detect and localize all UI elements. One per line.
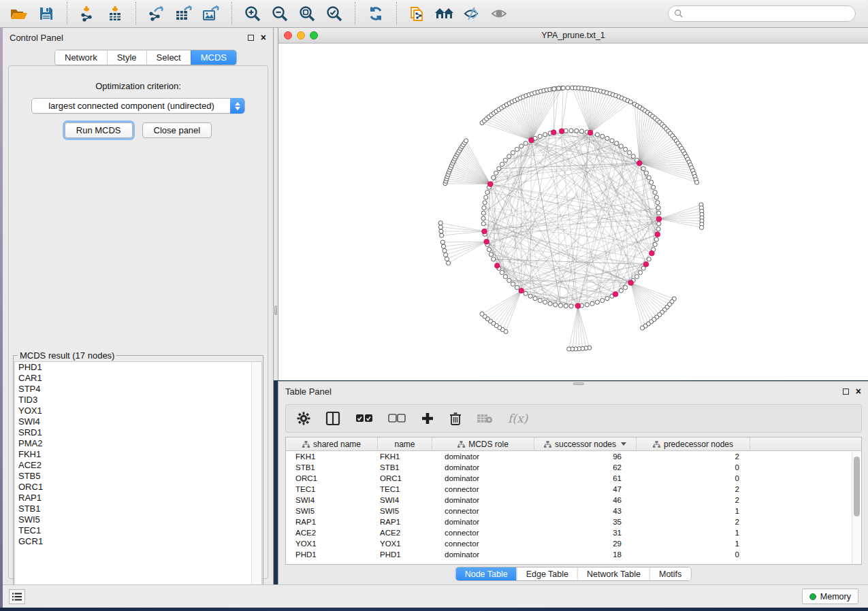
clone-network-button[interactable] bbox=[404, 2, 431, 25]
optimization-criterion-select[interactable]: largest connected component (undirected) bbox=[31, 98, 245, 114]
vertical-splitter[interactable] bbox=[274, 28, 278, 380]
column-header-name[interactable]: name bbox=[378, 437, 432, 450]
splitter-grip[interactable] bbox=[274, 306, 277, 315]
show-columns-button[interactable] bbox=[325, 411, 340, 426]
mcds-result-item[interactable]: SRD1 bbox=[15, 427, 261, 438]
memory-button[interactable]: Memory bbox=[802, 589, 858, 604]
mcds-result-item[interactable]: PHD1 bbox=[15, 362, 261, 373]
tab-select[interactable]: Select bbox=[146, 50, 191, 65]
zoom-fit-button[interactable] bbox=[293, 2, 321, 25]
mcds-result-item[interactable]: GCR1 bbox=[15, 536, 261, 547]
table-row[interactable]: FKH1FKH1dominator962 bbox=[286, 451, 861, 462]
table-cell: dominator bbox=[432, 474, 534, 482]
mcds-result-item[interactable]: RAP1 bbox=[15, 493, 261, 503]
close-panel-icon[interactable]: × bbox=[261, 34, 266, 41]
table-cell: 2 bbox=[637, 518, 750, 526]
mcds-result-item[interactable]: STB1 bbox=[15, 503, 261, 514]
first-neighbors-button[interactable] bbox=[431, 2, 458, 25]
table-cell: 62 bbox=[534, 463, 637, 472]
search-input[interactable] bbox=[684, 7, 855, 20]
select-all-button[interactable] bbox=[355, 414, 373, 423]
network-window-titlebar[interactable]: YPA_prune.txt_1 bbox=[278, 28, 868, 44]
table-options-gear-button[interactable] bbox=[297, 412, 310, 425]
show-all-button[interactable] bbox=[485, 2, 513, 25]
zoom-in-button[interactable] bbox=[239, 2, 266, 25]
mcds-result-item[interactable]: ACE2 bbox=[15, 460, 261, 471]
mcds-result-item[interactable]: FKH1 bbox=[15, 449, 261, 460]
mcds-result-item[interactable]: TEC1 bbox=[15, 525, 261, 536]
table-type-tabs: Node Table Edge Table Network Table Moti… bbox=[455, 567, 692, 581]
deselect-all-button[interactable] bbox=[388, 414, 406, 423]
table-row[interactable]: STB1STB1dominator620 bbox=[286, 462, 861, 473]
tab-mcds[interactable]: MCDS bbox=[191, 50, 236, 65]
table-scrollbar[interactable] bbox=[852, 452, 861, 565]
tab-edge-table[interactable]: Edge Table bbox=[517, 567, 577, 580]
table-cell: STB1 bbox=[378, 463, 432, 472]
tab-style[interactable]: Style bbox=[107, 50, 146, 65]
hide-selected-button[interactable] bbox=[458, 2, 485, 25]
table-cell: ACE2 bbox=[286, 529, 378, 537]
toolbar-separator bbox=[355, 2, 355, 25]
table-row[interactable]: SWI4SWI4dominator462 bbox=[286, 495, 861, 506]
open-file-button[interactable] bbox=[5, 2, 33, 25]
column-header-successor-nodes[interactable]: successor nodes bbox=[534, 437, 637, 450]
column-header-mcds-role[interactable]: MCDS role bbox=[432, 437, 534, 450]
run-mcds-button[interactable]: Run MCDS bbox=[65, 122, 133, 138]
network-canvas[interactable] bbox=[278, 44, 867, 380]
table-row[interactable]: ACE2ACE2connector311 bbox=[286, 527, 861, 538]
mcds-result-item[interactable]: TID3 bbox=[15, 395, 261, 406]
table-row[interactable]: TEC1TEC1connector472 bbox=[286, 484, 861, 495]
close-panel-button[interactable]: Close panel bbox=[142, 122, 212, 138]
mcds-result-item[interactable]: PMA2 bbox=[15, 438, 261, 449]
search-field[interactable] bbox=[668, 5, 856, 22]
sort-chevron-icon[interactable] bbox=[621, 442, 626, 446]
zoom-out-button[interactable] bbox=[266, 2, 293, 25]
float-panel-icon[interactable] bbox=[843, 389, 849, 395]
add-column-button[interactable] bbox=[421, 412, 434, 425]
table-row[interactable]: ORC1ORC1dominator610 bbox=[286, 473, 861, 484]
tab-node-table[interactable]: Node Table bbox=[456, 567, 517, 580]
table-scrollbar-thumb[interactable] bbox=[854, 457, 860, 516]
table-row[interactable]: PHD1PHD1dominator180 bbox=[286, 549, 861, 560]
mcds-result-item[interactable]: CAR1 bbox=[15, 373, 261, 384]
export-image-button[interactable] bbox=[197, 2, 225, 25]
mcds-result-item[interactable]: ORC1 bbox=[15, 482, 261, 493]
table-cell: FKH1 bbox=[378, 452, 432, 461]
horizontal-splitter-grip[interactable] bbox=[573, 382, 584, 385]
mcds-result-item[interactable]: SWI5 bbox=[15, 514, 261, 525]
table-row[interactable]: SWI5SWI5connector431 bbox=[286, 506, 861, 516]
table-row[interactable]: YOX1YOX1connector291 bbox=[286, 538, 861, 549]
mcds-result-item[interactable]: YOX1 bbox=[15, 406, 261, 416]
mcds-result-item[interactable]: STP4 bbox=[15, 384, 261, 395]
mcds-result-list[interactable]: PHD1CAR1STP4TID3YOX1SWI4SRD1PMA2FKH1ACE2… bbox=[14, 361, 262, 606]
export-network-button[interactable] bbox=[143, 2, 170, 25]
import-network-button[interactable] bbox=[74, 2, 101, 25]
table-panel-title: Table Panel bbox=[285, 386, 332, 397]
table-cell: SWI5 bbox=[286, 507, 378, 515]
mcds-result-item[interactable]: SWI4 bbox=[15, 416, 261, 427]
zoom-selected-button[interactable] bbox=[321, 2, 348, 25]
control-panel: Control Panel × Network Style Select MCD… bbox=[3, 28, 274, 584]
tab-motifs[interactable]: Motifs bbox=[649, 567, 690, 580]
table-row[interactable]: RAP1RAP1dominator352 bbox=[286, 516, 861, 527]
network-graph[interactable] bbox=[278, 44, 867, 380]
table-cell: connector bbox=[432, 529, 534, 537]
delete-column-button[interactable] bbox=[449, 412, 462, 425]
float-panel-icon[interactable] bbox=[248, 35, 254, 41]
table-cell: 29 bbox=[534, 540, 637, 548]
column-header-shared-name[interactable]: shared name bbox=[286, 437, 378, 450]
table-toolbar: f(x) bbox=[285, 404, 862, 433]
column-header-predecessor-nodes[interactable]: predecessor nodes bbox=[637, 437, 750, 450]
tab-network[interactable]: Network bbox=[55, 50, 107, 65]
table-cell: 18 bbox=[534, 550, 637, 559]
close-panel-icon[interactable]: × bbox=[856, 388, 861, 395]
export-table-button[interactable] bbox=[170, 2, 197, 25]
import-table-button[interactable] bbox=[101, 2, 129, 25]
save-session-button[interactable] bbox=[33, 2, 60, 25]
task-history-button[interactable] bbox=[9, 589, 25, 604]
tab-network-table[interactable]: Network Table bbox=[577, 567, 649, 580]
mcds-result-item[interactable]: STB5 bbox=[15, 471, 261, 482]
refresh-button[interactable] bbox=[362, 2, 389, 25]
tree-icon bbox=[457, 441, 465, 448]
mcds-list-scrollbar[interactable] bbox=[251, 362, 261, 606]
